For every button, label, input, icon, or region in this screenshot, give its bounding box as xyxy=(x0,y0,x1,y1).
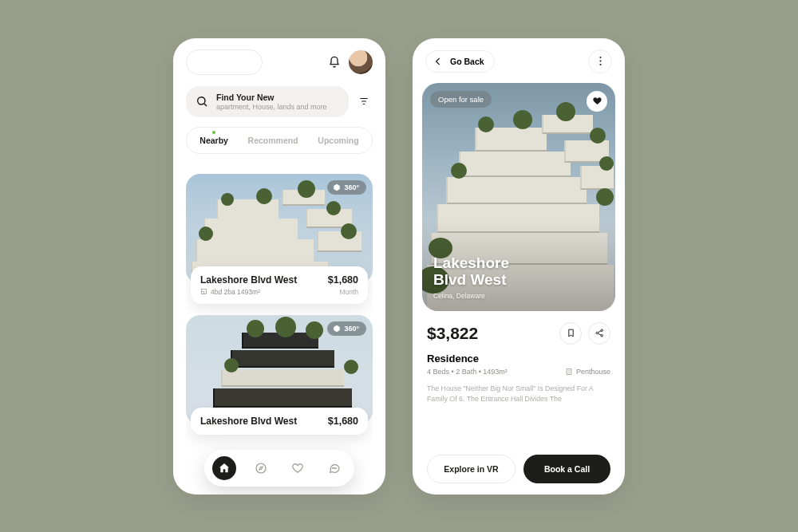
back-button[interactable]: Go Back xyxy=(425,50,495,73)
back-label: Go Back xyxy=(450,57,484,66)
dots-vertical-icon xyxy=(599,56,602,66)
svg-point-9 xyxy=(596,332,598,333)
arrow-left-icon xyxy=(433,56,444,67)
nav-explore[interactable] xyxy=(249,456,273,480)
description: The House "Neither Big Nor Small" Is Des… xyxy=(413,376,625,405)
top-bar: Go Back xyxy=(413,38,625,73)
property-meta-left: 4 Beds • 2 Bath • 1493m² xyxy=(427,368,508,376)
vr-360-badge[interactable]: 360° xyxy=(327,321,366,336)
property-meta: 4 Beds • 2 Bath • 1493m² Penthouse xyxy=(413,365,625,376)
filter-button[interactable] xyxy=(355,96,373,107)
listing-period: Month xyxy=(339,288,358,296)
tab-upcoming[interactable]: Upcoming xyxy=(318,136,358,145)
compass-icon xyxy=(255,462,267,475)
explore-vr-button[interactable]: Explore in VR xyxy=(427,455,516,483)
svg-point-7 xyxy=(599,60,601,61)
nav-chat[interactable] xyxy=(322,456,346,480)
hero-image: Open for sale LakeshoreBlvd West Celina,… xyxy=(422,83,615,311)
search-subtitle: apartment, House, lands and more xyxy=(216,103,327,111)
price-row: $3,822 xyxy=(413,311,625,345)
home-icon xyxy=(218,462,231,475)
listing-info: Lakeshore Blvd West $1,680 xyxy=(191,408,368,435)
search-row: Find Your New apartment, House, lands an… xyxy=(186,86,373,117)
svg-point-0 xyxy=(198,97,205,104)
detail-screen: Go Back Open for sale xyxy=(413,38,625,495)
book-call-button[interactable]: Book a Call xyxy=(523,455,610,483)
listing-card[interactable]: 360° Lakeshore Blvd West $1,680 xyxy=(186,315,373,435)
bookmark-icon xyxy=(566,328,576,338)
more-button[interactable] xyxy=(588,49,612,73)
listing-price: $1,680 xyxy=(328,416,358,427)
favorite-button[interactable] xyxy=(587,91,607,112)
sale-badge: Open for sale xyxy=(430,91,492,108)
nav-home[interactable] xyxy=(212,456,236,480)
floorplan-icon xyxy=(200,288,207,295)
search-input[interactable]: Find Your New apartment, House, lands an… xyxy=(186,86,349,117)
svg-point-10 xyxy=(600,329,602,331)
building-icon xyxy=(565,368,573,376)
bottom-nav xyxy=(204,450,354,487)
home-screen: Find Your New apartment, House, lands an… xyxy=(173,38,385,495)
hero-text: LakeshoreBlvd West Celina, Delaware xyxy=(433,254,509,300)
cta-row: Explore in VR Book a Call xyxy=(427,455,610,483)
search-icon xyxy=(196,95,208,108)
nav-favorites[interactable] xyxy=(286,456,310,480)
listing-price: $1,680 xyxy=(328,274,358,286)
filter-icon xyxy=(358,96,369,107)
price: $3,822 xyxy=(427,324,478,343)
cube-icon xyxy=(333,325,341,333)
share-button[interactable] xyxy=(588,322,610,345)
tab-nearby[interactable]: Nearby xyxy=(200,136,228,145)
top-bar xyxy=(173,38,385,75)
bell-icon xyxy=(328,56,341,69)
heart-icon xyxy=(592,96,602,106)
svg-point-5 xyxy=(336,467,337,468)
svg-point-3 xyxy=(333,467,334,468)
search-title: Find Your New xyxy=(216,93,327,102)
listing-title: Lakeshore Blvd West xyxy=(200,274,297,286)
logo-pill xyxy=(186,49,263,75)
property-type: Penthouse xyxy=(565,368,610,376)
listing-card[interactable]: 360° Lakeshore Blvd West $1,680 4bd 2ba … xyxy=(186,174,373,304)
notifications-button[interactable] xyxy=(326,54,342,70)
svg-point-4 xyxy=(334,467,335,468)
svg-point-11 xyxy=(600,335,602,337)
listing-meta: 4bd 2ba 1493m² xyxy=(200,288,260,296)
section-title: Residence xyxy=(413,345,625,365)
listing-scroll[interactable]: 360° Lakeshore Blvd West $1,680 4bd 2ba … xyxy=(186,174,373,495)
listing-title: Lakeshore Blvd West xyxy=(200,416,297,427)
svg-point-6 xyxy=(599,57,601,58)
avatar[interactable] xyxy=(349,50,373,74)
listing-info: Lakeshore Blvd West $1,680 4bd 2ba 1493m… xyxy=(191,266,368,304)
svg-point-2 xyxy=(256,463,266,473)
tabs: Nearby Recommend Upcoming xyxy=(186,127,373,154)
svg-point-8 xyxy=(599,64,601,65)
heart-icon xyxy=(291,462,304,475)
chat-icon xyxy=(328,462,341,475)
svg-rect-12 xyxy=(567,368,571,374)
vr-360-badge[interactable]: 360° xyxy=(327,180,366,195)
cube-icon xyxy=(333,183,341,191)
tab-recommend[interactable]: Recommend xyxy=(248,136,298,145)
share-icon xyxy=(595,328,605,338)
hero-location: Celina, Delaware xyxy=(433,292,509,300)
bookmark-button[interactable] xyxy=(559,322,582,345)
